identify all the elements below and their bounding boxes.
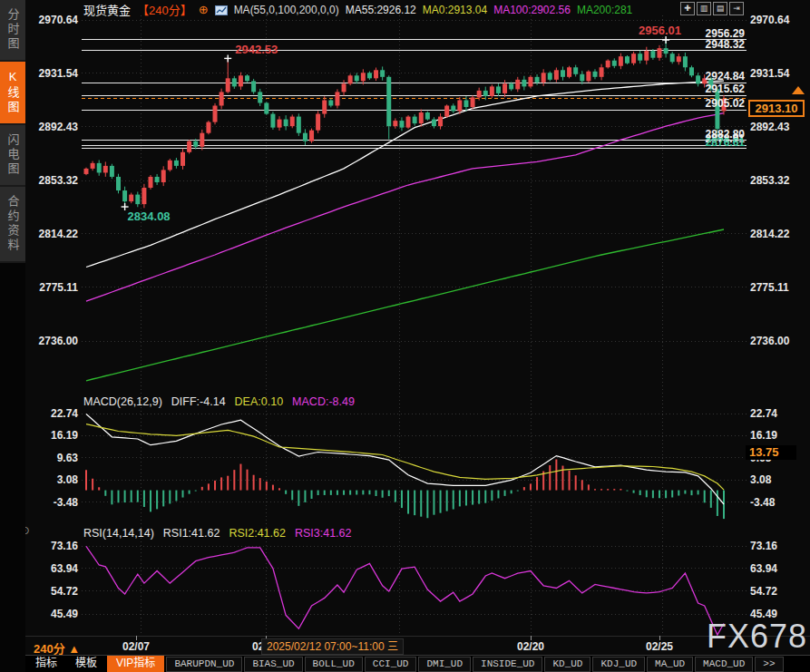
add-indicator-icon[interactable]: ⊕ xyxy=(199,3,209,16)
toolbar-button-MACD-UD[interactable]: MACD_UD xyxy=(695,657,753,672)
rsi3-value: RSI3:41.62 xyxy=(295,527,352,540)
indicator-toolbar: 指标模板VIP指标BARUPDN_UDBIAS_UDBOLL_UDCCI_UDD… xyxy=(25,655,810,672)
ma0-value: MA0:2913.04 xyxy=(423,4,487,16)
price-annotation: 2834.08 xyxy=(128,209,171,223)
price-axis-label-right: 2814.22 xyxy=(750,228,806,240)
toolbar-button-INSIDE-UD[interactable]: INSIDE_UD xyxy=(473,657,542,672)
macd-axis-label-left: -3.48 xyxy=(25,496,78,509)
indicator-window-icon[interactable]: ▥ xyxy=(697,2,711,15)
sidebar-tab-label: 闪电图 xyxy=(5,133,22,177)
macd-diff-value: DIFF:-4.14 xyxy=(171,395,226,408)
toolbar-button->>[interactable]: >> xyxy=(755,657,783,672)
macd-axis-label-left: 16.19 xyxy=(25,429,78,442)
price-annotation: 2942.53 xyxy=(235,43,278,56)
macd-value: MACD:-8.49 xyxy=(292,395,355,408)
sidebar-tab-label: K线图 xyxy=(5,70,22,115)
sidebar-tab-contract-info[interactable]: 合约资料 xyxy=(0,187,25,263)
toolbar-button-BIAS-UD[interactable]: BIAS_UD xyxy=(244,657,302,672)
ma-settings-label: MA(55,0,100,200,0,0) xyxy=(234,4,339,16)
price-axis-label-left: 2853.32 xyxy=(25,174,78,187)
price-axis-label-left: 2892.43 xyxy=(25,121,78,133)
macd-axis-label-left: 3.08 xyxy=(25,473,78,486)
price-axis-label-right: 2736.00 xyxy=(750,335,806,347)
watermark: FX678 xyxy=(707,618,807,656)
toolbar-button-DMI-UD[interactable]: DMI_UD xyxy=(418,657,471,672)
sidebar-tab-label: 分时图 xyxy=(5,8,22,52)
symbol-title: 现货黄金 xyxy=(83,1,131,18)
level-label: 2924.84 xyxy=(687,70,745,83)
sidebar: 分时图 K线图 闪电图 合约资料 xyxy=(0,0,25,672)
toolbar-button-指标[interactable]: 指标 xyxy=(27,656,65,672)
rsi2-value: RSI2:41.62 xyxy=(229,527,286,540)
level-label: 2876.61 xyxy=(687,136,745,149)
time-axis-label: 02/20 xyxy=(517,640,544,653)
shift-right-icon[interactable]: ⇥ xyxy=(729,2,744,15)
rsi-axis-label-right: 54.72 xyxy=(750,585,806,598)
period-tag: 【240分】 xyxy=(137,1,192,18)
chart-pane-icon[interactable]: ▤ xyxy=(713,2,727,15)
macd-axis-label-left: 22.74 xyxy=(25,407,78,420)
toolbar-button-MA-UD[interactable]: MA_UD xyxy=(647,657,693,672)
rsi-name-label: RSI(14,14,14) xyxy=(83,527,154,540)
crosshair-icon[interactable]: ✚ xyxy=(680,2,695,15)
price-axis-label-right: 2970.64 xyxy=(750,14,806,26)
price-axis-label-right: 2775.11 xyxy=(750,281,806,294)
sidebar-tab-lightning-chart[interactable]: 闪电图 xyxy=(0,125,25,187)
ma55-value: MA55:2926.12 xyxy=(346,4,416,16)
time-axis-label: 02/25 xyxy=(646,640,673,653)
window-icon-group: ✚ ▥ ▤ ⇥ xyxy=(680,2,744,15)
level-label: 2948.32 xyxy=(687,38,745,51)
macd-dea-value: DEA:0.10 xyxy=(235,395,284,408)
toolbar-button-BARUPDN-UD[interactable]: BARUPDN_UD xyxy=(166,657,242,672)
ma100-value: MA100:2902.56 xyxy=(493,4,571,16)
price-axis-label-left: 2931.54 xyxy=(25,67,78,80)
macd-header: MACD(26,12,9) DIFF:-4.14 DEA:0.10 MACD:-… xyxy=(83,395,355,408)
rsi1-value: RSI1:41.62 xyxy=(163,527,220,540)
toolbar-button-BOLL-UD[interactable]: BOLL_UD xyxy=(305,657,363,672)
macd-cursor-badge: 13.75 xyxy=(746,445,796,460)
sidebar-tabs: 分时图 K线图 闪电图 合约资料 xyxy=(0,0,25,263)
rsi-axis-label-right: 73.16 xyxy=(750,540,806,552)
rsi-axis-label-left: 63.94 xyxy=(25,562,78,575)
price-axis-label-left: 2775.11 xyxy=(25,281,78,294)
price-axis-label-right: 2892.43 xyxy=(750,121,806,133)
scroll-up-marker-icon[interactable] xyxy=(792,86,805,94)
current-price-badge: 2913.10 xyxy=(748,100,805,117)
macd-axis-label-right: 16.19 xyxy=(750,429,806,442)
chevron-up-icon: ▲ xyxy=(68,642,80,656)
sidebar-tab-label: 合约资料 xyxy=(5,195,22,253)
macd-axis-label-left: 9.63 xyxy=(25,452,78,464)
rsi-axis-label-left: 73.16 xyxy=(25,540,78,552)
sidebar-tab-kline-chart[interactable]: K线图 xyxy=(0,62,25,125)
rsi-header: RSI(14,14,14) RSI1:41.62 RSI2:41.62 RSI3… xyxy=(83,527,351,540)
toolbar-button-KD-UD[interactable]: KD_UD xyxy=(544,657,590,672)
macd-axis-label-right: -3.48 xyxy=(750,496,806,509)
period-selector-label: 240分 xyxy=(34,642,65,656)
toolbar-button-CCI-UD[interactable]: CCI_UD xyxy=(365,657,417,672)
price-axis-label-left: 2736.00 xyxy=(25,335,78,347)
macd-axis-label-right: 3.08 xyxy=(750,473,806,486)
chart-header: 现货黄金 【240分】 ⊕ MA(55,0,100,200,0,0) MA55:… xyxy=(83,2,632,17)
price-axis-label-left: 2970.64 xyxy=(25,14,78,26)
price-axis-label-right: 2853.32 xyxy=(750,174,806,187)
app-window: 2956.292948.322924.842915.622905.022882.… xyxy=(0,0,810,672)
macd-name-label: MACD(26,12,9) xyxy=(83,395,162,408)
price-axis-label-right: 2931.54 xyxy=(750,67,806,80)
level-label: 2915.62 xyxy=(687,83,745,95)
toolbar-button-模板[interactable]: 模板 xyxy=(67,656,105,672)
macd-axis-label-right: 22.74 xyxy=(750,407,806,420)
mini-chart-icon xyxy=(215,5,228,15)
price-axis-label-left: 2814.22 xyxy=(25,228,78,240)
time-range-tooltip: 2025/02/12 07:00~11:00 三 xyxy=(261,638,404,655)
toolbar-button-VIP指标[interactable]: VIP指标 xyxy=(107,656,164,672)
sidebar-tab-time-chart[interactable]: 分时图 xyxy=(0,0,25,62)
rsi-axis-label-left: 45.49 xyxy=(25,608,78,620)
price-annotation: 2956.01 xyxy=(639,24,681,37)
time-axis-label: 02/07 xyxy=(122,640,150,653)
rsi-axis-label-left: 54.72 xyxy=(25,585,78,598)
rsi-axis-label-right: 63.94 xyxy=(750,562,806,575)
level-label: 2905.02 xyxy=(687,97,745,110)
toolbar-button-KDJ-UD[interactable]: KDJ_UD xyxy=(592,657,645,672)
ma200-value: MA200:281 xyxy=(577,4,632,16)
